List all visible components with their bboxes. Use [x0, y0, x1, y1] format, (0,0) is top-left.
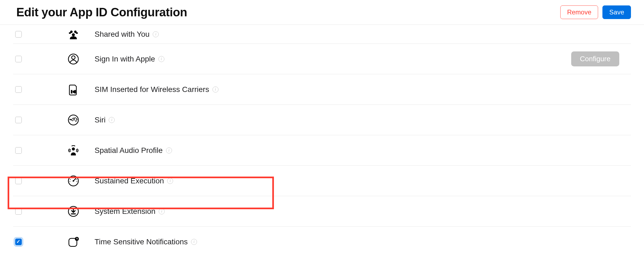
sim-icon	[67, 84, 95, 95]
svg-point-17	[74, 177, 75, 178]
page-title: Edit your App ID Configuration	[16, 5, 187, 19]
capability-row: SIM Inserted for Wireless Carriers	[13, 74, 631, 105]
capability-label: Sign In with Apple	[95, 55, 155, 63]
remove-button[interactable]: Remove	[560, 5, 598, 19]
spatial-audio-icon	[67, 144, 95, 156]
capability-row: Sustained Execution	[13, 166, 631, 196]
info-icon[interactable]	[158, 56, 164, 62]
info-icon[interactable]	[153, 31, 159, 37]
capabilities-list: Shared with You Sign In with Apple Confi…	[0, 25, 644, 265]
svg-point-18	[76, 179, 77, 180]
download-circle-icon	[67, 205, 95, 217]
info-icon[interactable]	[109, 117, 115, 123]
svg-rect-7	[71, 90, 73, 93]
capability-label: Spatial Audio Profile	[95, 146, 163, 155]
capability-checkbox[interactable]	[15, 208, 22, 215]
capability-row: Time Sensitive Notifications	[13, 227, 631, 257]
capability-label: Shared with You	[95, 30, 149, 39]
svg-point-6	[72, 56, 75, 59]
capability-row: Shared with You	[13, 25, 631, 44]
gauge-icon	[67, 175, 95, 187]
capability-row: Siri	[13, 105, 631, 135]
capability-row: Sign In with Apple Configure	[13, 44, 631, 74]
svg-rect-4	[76, 32, 78, 34]
capability-row: System Extension	[13, 196, 631, 227]
capability-label: Siri	[95, 116, 105, 124]
info-icon[interactable]	[159, 208, 165, 214]
header-actions: Remove Save	[560, 5, 631, 19]
capability-label: Sustained Execution	[95, 177, 164, 185]
svg-rect-9	[74, 90, 76, 93]
capability-row: Spatial Audio Profile	[13, 135, 631, 166]
svg-point-11	[72, 147, 75, 150]
svg-point-15	[70, 179, 71, 180]
capability-checkbox[interactable]	[15, 147, 22, 154]
time-badge-icon	[67, 236, 95, 248]
svg-point-16	[71, 177, 72, 178]
svg-point-19	[70, 181, 70, 182]
capability-checkbox[interactable]	[15, 117, 22, 123]
siri-icon	[67, 114, 95, 126]
info-icon[interactable]	[191, 239, 197, 245]
configure-button[interactable]: Configure	[571, 51, 619, 66]
info-icon[interactable]	[166, 147, 172, 153]
svg-point-2	[72, 33, 75, 36]
svg-line-14	[73, 178, 76, 181]
svg-rect-3	[69, 32, 71, 34]
capability-checkbox[interactable]	[15, 31, 22, 38]
page-header: Edit your App ID Configuration Remove Sa…	[0, 0, 644, 25]
capability-checkbox[interactable]	[15, 178, 22, 184]
svg-point-20	[76, 181, 77, 182]
capability-checkbox[interactable]	[15, 239, 22, 245]
capability-label: Time Sensitive Notifications	[95, 238, 188, 246]
save-button[interactable]: Save	[602, 5, 631, 19]
capability-checkbox[interactable]	[15, 86, 22, 93]
capability-label: SIM Inserted for Wireless Carriers	[95, 85, 209, 94]
capability-checkbox[interactable]	[15, 56, 22, 62]
people-icon	[67, 28, 95, 40]
info-icon[interactable]	[167, 178, 173, 184]
info-icon[interactable]	[212, 87, 218, 93]
person-circle-icon	[67, 53, 95, 65]
capability-label: System Extension	[95, 207, 155, 216]
